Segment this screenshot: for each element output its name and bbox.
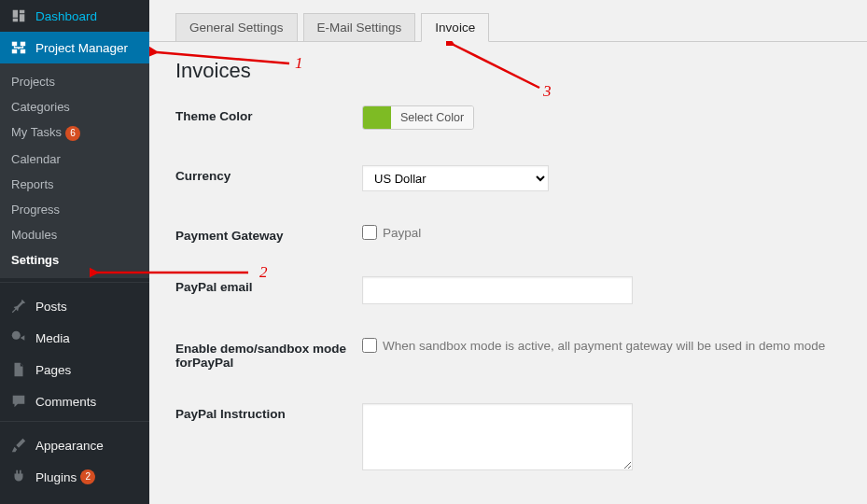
paypal-email-input[interactable] <box>362 276 633 304</box>
sidebar-item-project-manager[interactable]: Project Manager <box>0 32 149 63</box>
sidebar-item-label: Plugins <box>35 470 77 484</box>
svg-rect-1 <box>21 42 25 47</box>
sidebar-separator <box>0 282 149 287</box>
sidebar-item-label: Pages <box>35 363 71 377</box>
submenu-item-my-tasks[interactable]: My Tasks6 <box>0 119 149 147</box>
submenu-item-projects[interactable]: Projects <box>0 69 149 94</box>
row-theme-color: Theme Color Select Color <box>175 89 841 148</box>
sidebar-item-label: Dashboard <box>35 9 97 23</box>
page-title: Invoices <box>149 42 867 89</box>
label-theme-color: Theme Color <box>175 105 362 123</box>
label-paypal-email: PayPal email <box>175 276 362 294</box>
submenu-item-progress[interactable]: Progress <box>0 197 149 222</box>
sidebar-item-label: Project Manager <box>35 41 128 55</box>
tab-invoice[interactable]: Invoice <box>421 13 489 42</box>
submenu-item-categories[interactable]: Categories <box>0 94 149 119</box>
currency-select[interactable]: US Dollar <box>362 165 549 191</box>
badge-count: 6 <box>65 126 80 141</box>
label-currency: Currency <box>175 165 362 183</box>
gateway-paypal-option[interactable]: Paypal <box>362 225 841 240</box>
tab-general-settings[interactable]: General Settings <box>175 13 298 42</box>
label-sandbox: Enable demo/sandbox mode forPayPal <box>175 338 362 370</box>
sidebar-submenu: Projects Categories My Tasks6 Calendar R… <box>0 63 149 278</box>
dashboard-icon <box>9 7 28 25</box>
color-swatch <box>363 106 391 129</box>
project-manager-icon <box>9 38 28 57</box>
page-icon <box>9 360 28 379</box>
sandbox-hint: When sandbox mode is active, all payment… <box>383 339 825 353</box>
plug-icon <box>9 468 28 486</box>
sidebar-item-comments[interactable]: Comments <box>0 385 149 417</box>
submenu-item-settings[interactable]: Settings <box>0 247 149 273</box>
svg-point-4 <box>12 331 21 340</box>
brush-icon <box>9 436 28 455</box>
row-paypal-email: PayPal email <box>175 259 841 321</box>
gateway-paypal-checkbox[interactable] <box>362 225 377 240</box>
sidebar-item-appearance[interactable]: Appearance <box>0 429 149 461</box>
pin-icon <box>9 297 28 315</box>
admin-sidebar: Dashboard Project Manager Projects Categ… <box>0 0 149 504</box>
sidebar-item-plugins[interactable]: Plugins 2 <box>0 461 149 493</box>
label-payment-gateway: Payment Gateway <box>175 225 362 243</box>
sidebar-item-pages[interactable]: Pages <box>0 354 149 385</box>
sidebar-item-media[interactable]: Media <box>0 322 149 354</box>
color-picker-label: Select Color <box>391 106 473 129</box>
submenu-item-reports[interactable]: Reports <box>0 172 149 197</box>
svg-rect-3 <box>21 49 25 54</box>
sandbox-checkbox[interactable] <box>362 338 377 353</box>
submenu-item-calendar[interactable]: Calendar <box>0 147 149 172</box>
comment-icon <box>9 392 28 411</box>
sandbox-option[interactable]: When sandbox mode is active, all payment… <box>362 338 841 353</box>
sidebar-item-label: Comments <box>35 395 96 409</box>
label-paypal-instruction: PayPal Instruction <box>175 403 362 421</box>
sidebar-item-label: Posts <box>35 300 67 314</box>
badge-count: 2 <box>80 469 95 484</box>
sidebar-item-posts[interactable]: Posts <box>0 290 149 322</box>
row-sandbox: Enable demo/sandbox mode forPayPal When … <box>175 321 841 386</box>
media-icon <box>9 329 28 347</box>
gateway-paypal-label: Paypal <box>383 226 421 240</box>
settings-tabs: General Settings E-Mail Settings Invoice <box>149 0 867 42</box>
svg-rect-0 <box>12 42 17 47</box>
svg-rect-2 <box>12 49 17 54</box>
color-picker[interactable]: Select Color <box>362 105 474 130</box>
row-paypal-instruction: PayPal Instruction <box>175 386 841 490</box>
sidebar-item-label: Appearance <box>35 439 104 453</box>
row-currency: Currency US Dollar <box>175 148 841 208</box>
submenu-item-modules[interactable]: Modules <box>0 222 149 247</box>
sidebar-item-label: Media <box>35 331 70 345</box>
main-content: General Settings E-Mail Settings Invoice… <box>149 0 867 504</box>
sidebar-separator <box>0 421 149 426</box>
row-payment-gateway: Payment Gateway Paypal <box>175 208 841 259</box>
tab-email-settings[interactable]: E-Mail Settings <box>303 13 416 42</box>
sidebar-item-dashboard[interactable]: Dashboard <box>0 0 149 32</box>
invoice-settings-form: Theme Color Select Color Currency US Dol… <box>149 89 867 490</box>
paypal-instruction-textarea[interactable] <box>362 403 633 470</box>
